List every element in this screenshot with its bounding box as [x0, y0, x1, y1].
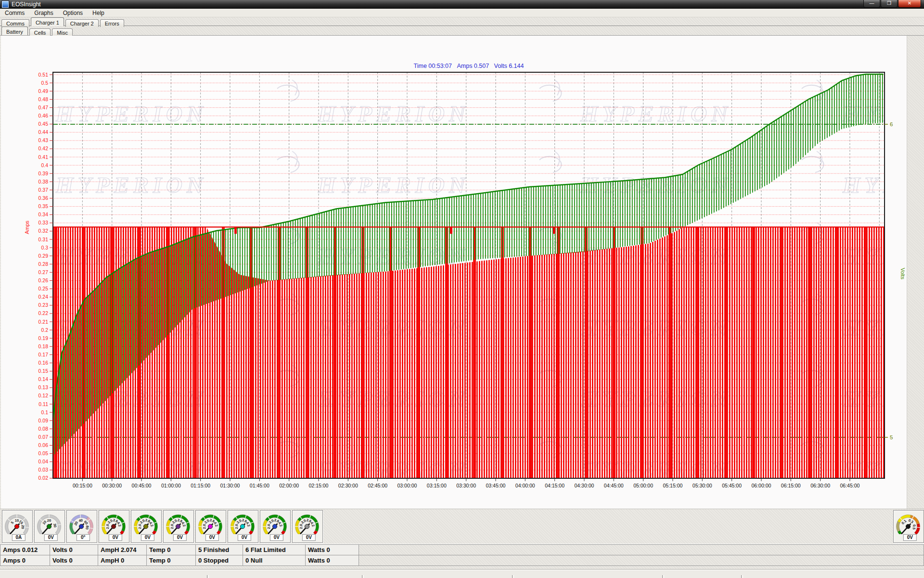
svg-text:5: 5 [890, 434, 893, 440]
gauge-amps: 51015200A [2, 510, 33, 543]
menu-graphs[interactable]: Graphs [29, 9, 58, 17]
gauge-volts-value: 0V [44, 534, 58, 541]
menu-options[interactable]: Options [58, 9, 88, 17]
svg-text:0.4: 0.4 [41, 162, 48, 168]
svg-text:0.25: 0.25 [38, 286, 49, 291]
svg-text:01:30:00: 01:30:00 [220, 483, 240, 488]
left-axis-title: Amps [24, 220, 30, 234]
svg-text:05:00:00: 05:00:00 [633, 483, 653, 488]
status-cell-r2c1: Amps 0 [0, 555, 50, 566]
svg-text:0.35: 0.35 [38, 203, 49, 209]
svg-text:0.05: 0.05 [38, 450, 49, 456]
svg-text:20: 20 [47, 518, 51, 523]
svg-text:0.14: 0.14 [38, 376, 49, 382]
eosinsight-window: { "window": { "title": "EOSInsight", "co… [0, 0, 924, 578]
svg-text:0.07: 0.07 [38, 434, 49, 440]
charger-tab-strip: CommsCharger 1Charger 2Errors [0, 17, 924, 26]
gauge-volts-dial: 102030 [36, 511, 64, 534]
gauge-cell-7-dial: 2.03.03.64.2 [294, 511, 321, 534]
subtab-cells[interactable]: Cells [29, 28, 51, 36]
gauge-cell-4: 2.03.03.64.20V [195, 510, 226, 543]
restore-button[interactable]: ❐ [881, 0, 898, 8]
svg-text:00:30:00: 00:30:00 [102, 483, 122, 488]
gauge-cell-1-dial: 2.03.03.64.2 [100, 511, 128, 534]
svg-text:0.13: 0.13 [38, 384, 49, 390]
gauge-amps-value: 0A [12, 534, 26, 541]
minimize-button[interactable]: — [863, 0, 880, 8]
svg-text:06:00:00: 06:00:00 [751, 483, 771, 488]
svg-text:0.03: 0.03 [38, 467, 49, 473]
svg-text:01:45:00: 01:45:00 [250, 483, 270, 488]
svg-text:05:30:00: 05:30:00 [693, 483, 712, 488]
tab-comms[interactable]: Comms [1, 19, 29, 27]
tab-charger-1[interactable]: Charger 1 [31, 17, 64, 26]
gauge-cell-2-dial: 2.03.03.64.2 [132, 511, 160, 534]
svg-text:0.22: 0.22 [38, 310, 49, 316]
gauge-cell-3: 2.03.03.64.20V [163, 510, 194, 543]
gauge-group-right: 0.10.30.50V [893, 510, 924, 543]
status-cell-r1c2: Volts 0 [50, 545, 98, 555]
gauge-cell-1: 2.03.03.64.20V [99, 510, 129, 543]
svg-text:0.47: 0.47 [38, 105, 49, 110]
svg-text:03:30:00: 03:30:00 [456, 483, 476, 488]
status-cell-r2c8 [359, 555, 924, 566]
svg-text:0.09: 0.09 [38, 418, 49, 423]
svg-text:05:45:00: 05:45:00 [722, 483, 742, 488]
status-cell-r2c2: Volts 0 [50, 555, 98, 566]
status-cell-r1c1: Amps 0.012 [0, 545, 50, 555]
svg-text:0.44: 0.44 [38, 129, 49, 135]
svg-text:03:15:00: 03:15:00 [427, 483, 447, 488]
status-table: Amps 0.012Volts 0AmpH 2.074Temp 05 Finis… [0, 544, 924, 566]
gauge-cell-6-dial: 2.03.03.64.2 [261, 511, 289, 534]
svg-text:0.17: 0.17 [38, 352, 49, 357]
status-bar: EOS0720iNet3 11:52:59 1F 06 35C9 05 06 0… [0, 570, 924, 578]
gauge-cell-2: 2.03.03.64.20V [131, 510, 162, 543]
title-bar[interactable]: EOSInsight — ❐ ✕ [0, 0, 924, 9]
svg-text:0.28: 0.28 [38, 261, 49, 267]
svg-text:30: 30 [52, 523, 57, 528]
svg-text:0.45: 0.45 [38, 121, 49, 127]
svg-text:0.31: 0.31 [38, 236, 49, 242]
status-cell-r2c6: 0 Null [243, 555, 306, 566]
svg-text:0.16: 0.16 [38, 360, 49, 366]
svg-text:0.5: 0.5 [912, 524, 917, 529]
svg-text:80: 80 [85, 525, 90, 530]
subtab-misc[interactable]: Misc [52, 28, 73, 36]
close-button[interactable]: ✕ [898, 0, 921, 8]
gauge-cell-1-value: 0V [109, 534, 122, 541]
svg-text:03:45:00: 03:45:00 [486, 483, 506, 488]
status-cell-r2c5: 0 Stopped [196, 555, 243, 566]
menu-help[interactable]: Help [88, 9, 109, 17]
svg-text:05:15:00: 05:15:00 [663, 483, 682, 488]
gauge-balance-dial: 0.10.30.5 [895, 511, 923, 534]
chart-title: Time 00:53:07 Amps 0.507 Volts 6.144 [414, 63, 524, 69]
gauge-temp: 204060800° [66, 510, 97, 543]
svg-text:06:30:00: 06:30:00 [810, 483, 830, 488]
svg-text:04:30:00: 04:30:00 [575, 483, 594, 488]
svg-text:0.23: 0.23 [38, 302, 49, 308]
svg-text:0.08: 0.08 [38, 426, 49, 432]
svg-text:01:00:00: 01:00:00 [161, 483, 181, 488]
svg-text:04:45:00: 04:45:00 [604, 483, 624, 488]
svg-text:03:00:00: 03:00:00 [398, 483, 417, 488]
gauge-row: 51015200A1020300V204060800°2.03.03.64.20… [0, 509, 924, 544]
tab-charger-2[interactable]: Charger 2 [65, 19, 99, 27]
gauge-volts: 1020300V [34, 510, 65, 543]
menu-bar: CommsGraphsOptionsHelp [0, 9, 924, 17]
battery-chart[interactable]: HYPERION Time 00:53:07 Amps 0.507 Volts … [0, 36, 924, 509]
tab-errors[interactable]: Errors [100, 19, 124, 27]
svg-text:04:00:00: 04:00:00 [515, 483, 535, 488]
statusbar-divider [741, 575, 743, 578]
gauge-amps-dial: 5101520 [3, 511, 31, 534]
svg-text:0.38: 0.38 [38, 179, 49, 184]
subtab-battery[interactable]: Battery [1, 26, 28, 35]
menu-comms[interactable]: Comms [0, 9, 29, 17]
svg-text:06:15:00: 06:15:00 [781, 483, 801, 488]
status-cell-r1c8 [359, 545, 924, 555]
status-cell-r2c7: Watts 0 [306, 555, 359, 566]
status-cell-r1c6: 6 Flat Limited [243, 545, 306, 555]
svg-text:0.36: 0.36 [38, 195, 49, 201]
svg-text:0.32: 0.32 [38, 228, 49, 234]
svg-text:0.33: 0.33 [38, 220, 49, 225]
svg-text:20: 20 [73, 521, 79, 526]
